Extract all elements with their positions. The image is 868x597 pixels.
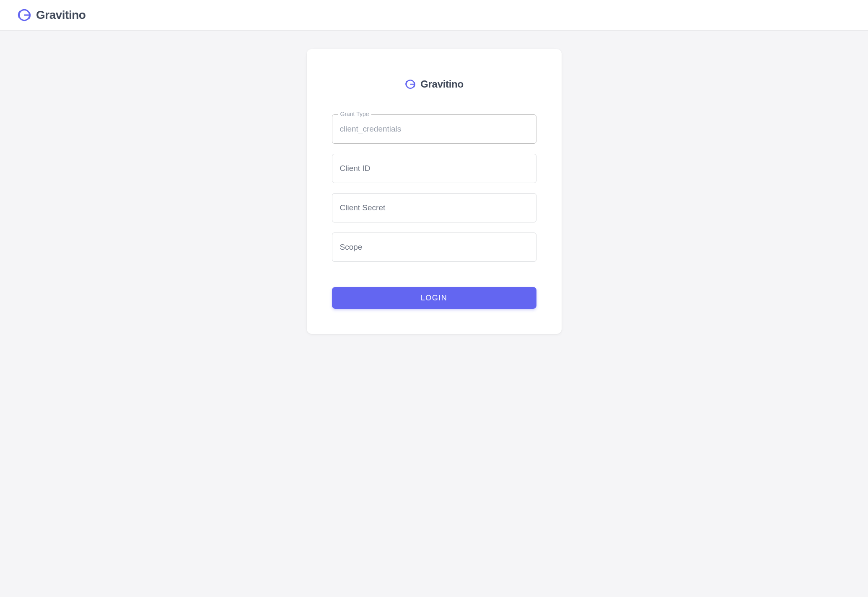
grant-type-group: Grant Type — [332, 114, 536, 144]
grant-type-input[interactable] — [332, 115, 536, 143]
scope-field — [332, 233, 536, 262]
client-secret-field — [332, 193, 536, 222]
login-card: Gravitino Grant Type LOGIN — [307, 49, 562, 334]
gravitino-logo-icon — [17, 8, 32, 23]
gravitino-logo-icon — [404, 78, 416, 90]
client-secret-input[interactable] — [332, 194, 536, 222]
main-content: Gravitino Grant Type LOGIN — [0, 31, 868, 352]
client-id-group — [332, 154, 536, 183]
client-id-field — [332, 154, 536, 183]
card-logo: Gravitino — [332, 78, 536, 90]
scope-input[interactable] — [332, 233, 536, 261]
login-button[interactable]: LOGIN — [332, 287, 536, 309]
grant-type-label: Grant Type — [338, 111, 371, 117]
card-brand-text: Gravitino — [420, 78, 464, 90]
scope-group — [332, 233, 536, 262]
client-id-input[interactable] — [332, 154, 536, 183]
grant-type-field: Grant Type — [332, 114, 536, 144]
client-secret-group — [332, 193, 536, 222]
header-brand-text: Gravitino — [36, 8, 86, 22]
header-logo: Gravitino — [17, 8, 86, 23]
app-header: Gravitino — [0, 0, 868, 31]
